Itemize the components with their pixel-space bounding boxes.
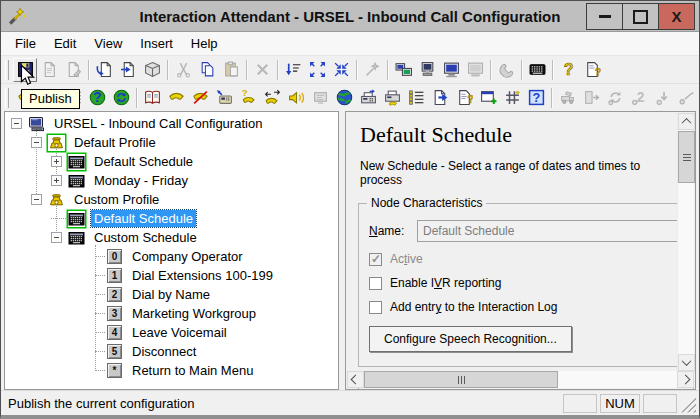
phone-operation-button[interactable]	[164, 86, 188, 110]
maximize-button[interactable]	[622, 3, 659, 30]
paste-button[interactable]	[219, 58, 243, 82]
announcement-button[interactable]	[284, 86, 308, 110]
tree-collapse-icon[interactable]	[51, 232, 62, 243]
tree-collapse-icon[interactable]	[31, 137, 42, 148]
tree-item-default-schedule[interactable]: Default Schedule	[5, 152, 338, 171]
menu-help[interactable]: Help	[182, 33, 227, 54]
handset-button[interactable]	[494, 58, 518, 82]
close-button[interactable]	[658, 3, 695, 30]
tree-item-default-profile[interactable]: Default Profile	[5, 133, 338, 152]
tree-item-label: Monday - Friday	[91, 172, 191, 189]
help-button[interactable]: ?	[556, 58, 580, 82]
export-configuration-button[interactable]	[116, 58, 140, 82]
logout-button[interactable]	[579, 86, 603, 110]
copy-button[interactable]	[195, 58, 219, 82]
tree-item-ursel-inbound-call-configuration[interactable]: URSEL - Inbound Call Configuration	[5, 114, 338, 133]
name-input[interactable]	[417, 220, 679, 242]
svg-text:2: 2	[636, 89, 644, 105]
tree-connector	[95, 294, 105, 295]
resize-grip[interactable]	[680, 394, 696, 413]
import-configuration-button[interactable]	[92, 58, 116, 82]
tree-collapse-icon[interactable]	[11, 118, 22, 129]
tree-item-custom-profile[interactable]: Custom Profile	[5, 190, 338, 209]
sort-button[interactable]	[281, 58, 305, 82]
help-topic-button[interactable]: ?	[580, 58, 604, 82]
tree-item-marketing-workgroup[interactable]: 3Marketing Workgroup	[5, 304, 338, 323]
network-computers-button[interactable]	[391, 58, 415, 82]
fax-send-button[interactable]	[356, 86, 380, 110]
keypad-button[interactable]	[525, 58, 549, 82]
collapse-all-button[interactable]	[329, 58, 353, 82]
new-window-button[interactable]	[476, 86, 500, 110]
title-bar[interactable]: Interaction Attendant - URSEL - Inbound …	[1, 1, 699, 32]
ivr-row: Enable IVR reporting	[369, 276, 693, 290]
tree-item-monday-friday[interactable]: Monday - Friday	[5, 171, 338, 190]
fax-receive-button[interactable]	[380, 86, 404, 110]
ivr-reporting-checkbox[interactable]	[369, 277, 382, 290]
vertical-scroll-thumb[interactable]	[678, 131, 695, 183]
help-box-button[interactable]: ?	[524, 86, 548, 110]
tree-item-dial-extensions-100-199[interactable]: 1Dial Extensions 100-199	[5, 266, 338, 285]
edit-page-button[interactable]	[61, 58, 85, 82]
horizontal-scrollbar[interactable]	[347, 371, 694, 388]
vertical-scrollbar[interactable]	[677, 113, 694, 371]
phone-query-button[interactable]: ?	[236, 86, 260, 110]
speed-dial-button[interactable]	[212, 86, 236, 110]
phone-disconnect-button[interactable]	[188, 86, 212, 110]
menu-file[interactable]: File	[6, 33, 45, 54]
address-book-button[interactable]	[140, 86, 164, 110]
dtmf-button[interactable]	[500, 86, 524, 110]
delivery-button[interactable]	[555, 86, 579, 110]
redial-button[interactable]: 2	[627, 86, 651, 110]
tree-item-disconnect[interactable]: 5Disconnect	[5, 342, 338, 361]
internet-button[interactable]	[332, 86, 356, 110]
menu-view[interactable]: View	[85, 33, 131, 54]
validate-button[interactable]	[360, 58, 384, 82]
refresh-button[interactable]	[603, 86, 627, 110]
tree-collapse-icon[interactable]	[31, 194, 42, 205]
app-icon	[7, 6, 27, 26]
globe-question-button[interactable]: ?	[85, 86, 109, 110]
workstation-button[interactable]	[439, 58, 463, 82]
interaction-log-checkbox[interactable]	[369, 301, 382, 314]
package-button[interactable]	[140, 58, 164, 82]
tree-expand-icon[interactable]	[51, 175, 62, 186]
minimize-button[interactable]	[586, 3, 623, 30]
tree-item-dial-by-name[interactable]: 2Dial by Name	[5, 285, 338, 304]
tree-item-company-operator[interactable]: 0Company Operator	[5, 247, 338, 266]
globe-sync-button[interactable]	[109, 86, 133, 110]
export-node-button[interactable]	[428, 86, 452, 110]
detail-subtitle: New Schedule - Select a range of dates a…	[360, 159, 681, 187]
view-page-button[interactable]	[37, 58, 61, 82]
scroll-up-button[interactable]	[678, 113, 695, 130]
cut-button[interactable]	[171, 58, 195, 82]
download-button[interactable]	[651, 86, 675, 110]
expand-all-button[interactable]	[305, 58, 329, 82]
tree-item-return-to-main-menu[interactable]: *Return to Main Menu	[5, 361, 338, 380]
terminal-button[interactable]	[415, 58, 439, 82]
tree-expand-icon[interactable]	[51, 156, 62, 167]
menu-insert[interactable]: Insert	[131, 33, 182, 54]
tree-item-default-schedule[interactable]: Default Schedule	[5, 209, 338, 228]
scroll-left-button[interactable]	[347, 371, 364, 388]
horizontal-scroll-thumb[interactable]	[364, 371, 558, 388]
screen-pop-button[interactable]	[308, 86, 332, 110]
keypad-key-icon: 5	[107, 344, 122, 359]
caption-buttons	[587, 3, 695, 30]
delete-button[interactable]	[250, 58, 274, 82]
scroll-down-button[interactable]	[678, 354, 695, 371]
tree-item-custom-schedule[interactable]: Custom Schedule	[5, 228, 338, 247]
toolbar-grip[interactable]	[5, 60, 9, 80]
svg-text:?: ?	[241, 89, 247, 98]
node-query-button[interactable]: ?	[452, 86, 476, 110]
phone-transfer-button[interactable]	[260, 86, 284, 110]
menu-entries-button[interactable]	[404, 86, 428, 110]
configure-speech-recognition-button[interactable]: Configure Speech Recognition...	[369, 326, 572, 352]
overflow-button[interactable]	[675, 86, 699, 110]
remote-computer-button[interactable]	[463, 58, 487, 82]
active-checkbox[interactable]	[369, 253, 382, 266]
menu-edit[interactable]: Edit	[45, 33, 85, 54]
toolbar-grip[interactable]	[5, 88, 9, 108]
scroll-right-button[interactable]	[677, 371, 694, 388]
tree-item-leave-voicemail[interactable]: 4Leave Voicemail	[5, 323, 338, 342]
